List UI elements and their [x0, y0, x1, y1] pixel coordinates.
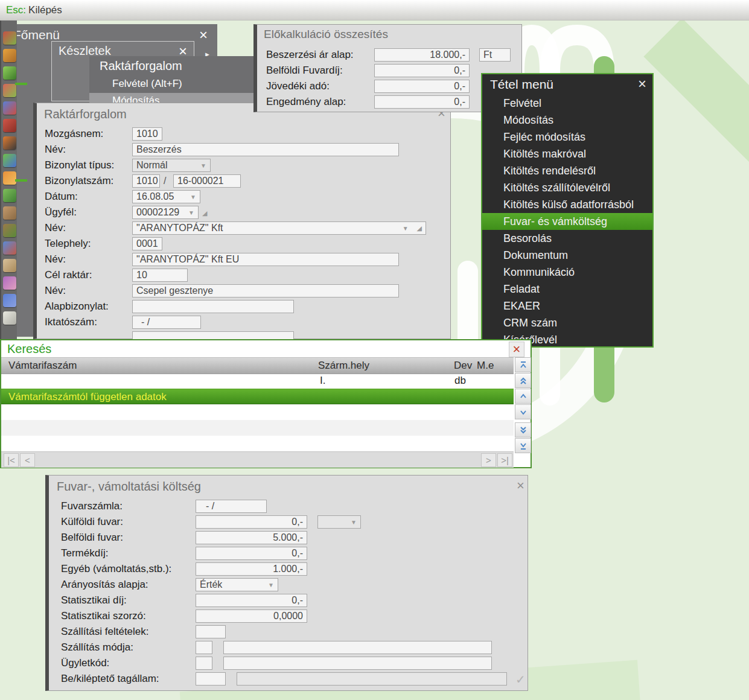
- engedmeny-alap-field[interactable]: 0,-: [374, 95, 470, 109]
- banknote-icon[interactable]: [3, 189, 16, 202]
- scroll-icon[interactable]: [3, 311, 16, 325]
- scroll-up-button[interactable]: [515, 389, 531, 404]
- telephely-field[interactable]: 0001: [132, 237, 162, 250]
- item-menu-item[interactable]: Besorolás: [482, 230, 652, 247]
- table-row[interactable]: [1, 436, 514, 451]
- dropdown-arrow-icon[interactable]: ▼: [198, 162, 206, 169]
- cel-raktar-field[interactable]: 10: [132, 269, 188, 282]
- col-dev[interactable]: Dev: [454, 358, 472, 374]
- house-icon[interactable]: [3, 241, 16, 255]
- red-box-icon[interactable]: [3, 119, 16, 132]
- independent-data-row[interactable]: Vámtarifaszámtól független adatok: [1, 389, 514, 404]
- book-icon[interactable]: [3, 136, 16, 150]
- egyeb-field[interactable]: 1.000,-: [196, 562, 307, 576]
- termekdij-field[interactable]: 0,-: [196, 547, 307, 560]
- table-row[interactable]: I. db: [1, 373, 514, 389]
- ugyletkod-code-field[interactable]: [196, 657, 212, 670]
- cubes-icon[interactable]: [3, 294, 16, 307]
- tagallam-nev-field[interactable]: [237, 672, 507, 686]
- belfoldi-fuvardij-field[interactable]: 0,-: [374, 64, 470, 77]
- last-page-button[interactable]: >|: [497, 453, 512, 467]
- chart-box-icon[interactable]: [3, 101, 16, 115]
- scroll-to-top-button[interactable]: [515, 357, 531, 372]
- flask-icon[interactable]: [3, 171, 16, 185]
- ledger-icon[interactable]: [3, 224, 16, 237]
- ugyfel-select[interactable]: 00002129▼: [132, 206, 199, 219]
- item-menu-item[interactable]: Módosítás: [482, 112, 652, 129]
- iktatoszam-field[interactable]: - /: [132, 316, 201, 329]
- stocks-menu-close-icon[interactable]: ×: [179, 45, 187, 57]
- mozgasnem-field[interactable]: 1010: [132, 127, 162, 141]
- tagallam-code-field[interactable]: [196, 672, 226, 686]
- item-menu-item[interactable]: Kitöltés rendelésről: [482, 162, 652, 179]
- dropdown-arrow-icon[interactable]: ▼: [186, 209, 194, 216]
- col-szarm-hely[interactable]: Szárm.hely: [318, 358, 369, 374]
- bizonylatszam-code-field[interactable]: 1010: [132, 174, 160, 188]
- col-vamtarifaszam[interactable]: Vámtarifaszám: [8, 358, 77, 374]
- partner-corner-handle-icon[interactable]: ◢: [417, 224, 422, 232]
- raktar-nev-field[interactable]: Csepel gesztenye: [132, 284, 399, 298]
- scroll-to-bottom-button[interactable]: [515, 438, 531, 453]
- partner-nev-select[interactable]: "ARANYTOPÁZ" Kft▼◢: [132, 221, 426, 235]
- table-row[interactable]: [1, 420, 514, 436]
- szallitas-modja-nev-field[interactable]: [223, 641, 492, 654]
- item-menu-item[interactable]: Dokumentum: [482, 247, 652, 264]
- people-icon[interactable]: [3, 276, 16, 290]
- dropdown-arrow-icon[interactable]: ▼: [188, 194, 196, 200]
- dropdown-arrow-icon[interactable]: ▼: [348, 519, 357, 526]
- basket-icon[interactable]: [3, 31, 16, 45]
- item-menu-close-icon[interactable]: ×: [638, 78, 646, 90]
- confirm-check-icon[interactable]: ✓: [515, 672, 526, 687]
- plates-icon[interactable]: [3, 84, 16, 97]
- item-menu-item[interactable]: EKAER: [482, 298, 652, 314]
- cart-icon[interactable]: [3, 49, 16, 62]
- package-icon[interactable]: [3, 206, 16, 220]
- statisztikai-szorzo-field[interactable]: 0,0000: [196, 609, 307, 623]
- kulfoldi-deviza-select[interactable]: ▼: [317, 515, 361, 529]
- bar-chart-icon[interactable]: [3, 154, 16, 167]
- exit-label[interactable]: Kilépés: [28, 4, 62, 16]
- item-menu-item[interactable]: Kitöltés szállítólevélről: [482, 179, 652, 196]
- aranyositas-select[interactable]: Érték▼: [196, 578, 278, 591]
- ugyletkod-nev-field[interactable]: [223, 657, 492, 670]
- item-menu-item[interactable]: Felvétel: [482, 95, 652, 112]
- mozgasnem-nev-field[interactable]: Beszerzés: [132, 143, 399, 156]
- search-close-icon[interactable]: ×: [509, 342, 524, 357]
- item-menu-item[interactable]: Fuvar- és vámköltség: [482, 213, 652, 230]
- first-page-button[interactable]: |<: [4, 453, 19, 467]
- statisztikai-dij-field[interactable]: 0,-: [196, 594, 307, 607]
- menu-item-felvetel[interactable]: Felvétel (Alt+F): [112, 78, 182, 90]
- ugyfel-corner-handle-icon[interactable]: ◢: [202, 209, 207, 217]
- main-menu-close-icon[interactable]: ×: [199, 29, 208, 41]
- item-menu-item[interactable]: Fejléc módosítás: [482, 129, 652, 145]
- bizonylatszam-field[interactable]: 16-000021: [173, 174, 241, 188]
- jovedeki-ado-field[interactable]: 0,-: [374, 80, 470, 93]
- item-menu-item[interactable]: Feladat: [482, 281, 652, 298]
- szallitasi-feltetelek-field[interactable]: [196, 625, 226, 638]
- page-down-button[interactable]: [515, 422, 531, 438]
- freight-close-icon[interactable]: ×: [517, 480, 524, 491]
- dropdown-arrow-icon[interactable]: ▼: [400, 225, 409, 232]
- scroll-down-button[interactable]: [515, 404, 531, 419]
- currency-field[interactable]: Ft: [479, 48, 511, 62]
- fuvarszamla-field[interactable]: - /: [196, 500, 267, 513]
- produce-icon[interactable]: [3, 66, 16, 80]
- beszerzesi-ar-field[interactable]: 18.000,-: [374, 48, 470, 62]
- item-menu-item[interactable]: Kitöltés külső adatforrásból: [482, 196, 652, 213]
- bizonylat-tipus-select[interactable]: Normál▼: [132, 159, 211, 172]
- page-up-button[interactable]: [515, 373, 531, 388]
- dropdown-arrow-icon[interactable]: ▼: [266, 582, 274, 588]
- tray-icon[interactable]: [3, 259, 16, 272]
- item-menu-item[interactable]: CRM szám: [482, 314, 652, 331]
- item-menu-item[interactable]: Kommunikáció: [482, 264, 652, 281]
- item-menu-item[interactable]: Kitöltés makróval: [482, 145, 652, 162]
- telephely-nev-field[interactable]: "ARANYTOPÁZ" Kft EU: [132, 253, 399, 266]
- datum-select[interactable]: 16.08.05▼: [132, 190, 200, 203]
- belfoldi-fuvar-field[interactable]: 5.000,-: [196, 531, 307, 544]
- szallitas-modja-code-field[interactable]: [196, 641, 212, 654]
- col-me[interactable]: M.e: [477, 358, 494, 374]
- table-row[interactable]: [1, 404, 514, 420]
- kulfoldi-fuvar-field[interactable]: 0,-: [196, 515, 307, 529]
- alapbizonylat-field[interactable]: [132, 300, 294, 313]
- prev-page-button[interactable]: <: [20, 453, 35, 467]
